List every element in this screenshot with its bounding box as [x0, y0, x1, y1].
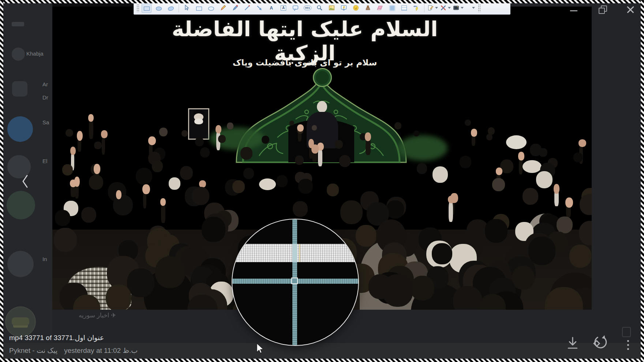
- chevron-down-icon: [448, 7, 451, 9]
- toolbar-stamp[interactable]: [363, 3, 373, 13]
- restore-button[interactable]: [599, 5, 607, 14]
- toolbar-select-rectangle[interactable]: [142, 3, 151, 13]
- drag-handle-end[interactable]: [478, 4, 481, 12]
- more-options-icon[interactable]: [627, 338, 629, 352]
- toolbar-mosaic[interactable]: [399, 3, 409, 13]
- toolbar-line[interactable]: [242, 3, 252, 13]
- toolbar-capture-menu[interactable]: [453, 3, 464, 13]
- loupe-sampled-pixel: [291, 278, 298, 284]
- toolbar-separator: [179, 4, 179, 12]
- background-chat-name: Khabja: [26, 50, 44, 57]
- background-avatar: [12, 81, 27, 97]
- capture-border: [0, 359, 644, 362]
- screen: KhabjaArDrSaElIn اخبار سوریه ✈ السلام عل…: [0, 0, 644, 362]
- toolbar-eraser[interactable]: [375, 3, 385, 13]
- toolbar-select-freehand[interactable]: [166, 3, 176, 13]
- mouse-cursor: [256, 343, 264, 354]
- background-chat-name: Dr: [42, 94, 48, 101]
- previous-media-button[interactable]: [21, 174, 29, 189]
- minimize-button[interactable]: [570, 10, 577, 11]
- chevron-down-icon: [461, 7, 464, 9]
- toolbar-tools-menu[interactable]: [440, 3, 451, 13]
- toolbar-counter[interactable]: 001: [303, 3, 312, 13]
- color-picker-loupe: [232, 219, 358, 345]
- media-caption-title: mp4 33771 of 33771.عنوان اول: [9, 333, 104, 342]
- toolbar-image-insert[interactable]: [327, 3, 337, 13]
- channel-name[interactable]: Pyknet - پیک نت: [9, 347, 57, 354]
- background-avatar: [7, 251, 34, 277]
- toolbar-separator: [424, 4, 424, 12]
- toolbar-speech-bubble[interactable]: [291, 3, 300, 13]
- forward-icon[interactable]: [622, 327, 631, 337]
- toolbar-select-ellipse[interactable]: [154, 3, 164, 13]
- toolbar-magnifier[interactable]: [315, 3, 325, 13]
- media-caption-subtitle: Pyknet - پیک نتyesterday at 11:02 ب.ظ: [9, 346, 138, 355]
- background-avatar: [7, 116, 33, 142]
- capture-border: [0, 0, 644, 3]
- background-chat-title: اخبار سوریه ✈: [79, 312, 116, 319]
- chevron-down-icon: [435, 7, 438, 9]
- download-icon[interactable]: [566, 336, 579, 350]
- background-chat-name: In: [42, 256, 47, 262]
- drag-handle[interactable]: [136, 4, 139, 12]
- background-chat-avatar: [5, 306, 36, 337]
- toolbar-screen-capture[interactable]: [339, 3, 349, 13]
- background-chat-name: Sa: [42, 119, 49, 125]
- capture-border: [641, 0, 644, 362]
- loupe-crosshair-intersection: [292, 244, 297, 262]
- toolbar-pointer[interactable]: [182, 3, 192, 13]
- background-chat-name: Ar: [42, 81, 48, 87]
- toolbar-emoji[interactable]: [351, 3, 361, 13]
- toolbar-text-box[interactable]: A: [278, 3, 288, 13]
- message-date: yesterday at 11:02 ب.ظ: [64, 347, 138, 354]
- toolbar-shape-rectangle[interactable]: [194, 3, 204, 13]
- toolbar-spell-check[interactable]: abc: [411, 3, 421, 13]
- toolbar-shape-ellipse[interactable]: [206, 3, 216, 13]
- toolbar-notes-menu[interactable]: [427, 3, 438, 13]
- background-chat-name: El: [42, 158, 47, 164]
- toolbar-pencil[interactable]: [218, 3, 228, 13]
- chevron-down-icon: [472, 7, 475, 9]
- close-button[interactable]: [626, 5, 634, 14]
- capture-border: [0, 0, 3, 362]
- loupe-cursor-line: [299, 244, 300, 262]
- toolbar-text[interactable]: A: [266, 3, 276, 13]
- toolbar-arrow[interactable]: [254, 3, 264, 13]
- toolbar-settings-menu[interactable]: [466, 3, 476, 13]
- toolbar-blur[interactable]: [387, 3, 397, 13]
- rotate-icon[interactable]: [591, 334, 609, 352]
- background-avatar: [12, 48, 25, 61]
- toolbar-marker[interactable]: [230, 3, 240, 13]
